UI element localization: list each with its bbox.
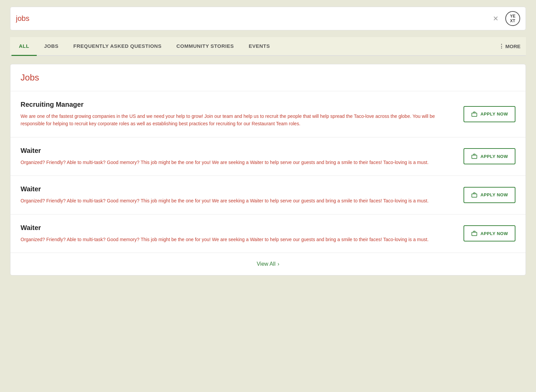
job-title-waiter-3: Waiter bbox=[21, 224, 453, 232]
job-description-recruiting-manager: We are one of the fastest growing compan… bbox=[21, 112, 453, 128]
jobs-section-title: Jobs bbox=[21, 72, 515, 83]
job-listing-recruiting-manager: Recruiting Manager We are one of the fas… bbox=[10, 91, 526, 137]
job-title-waiter-2: Waiter bbox=[21, 185, 453, 193]
apply-label-waiter-2: APPLY NOW bbox=[480, 192, 508, 197]
jobs-section-header: Jobs bbox=[10, 64, 526, 91]
tab-community-stories[interactable]: COMMUNITY STORIES bbox=[169, 37, 241, 56]
search-input[interactable] bbox=[16, 14, 489, 23]
more-label: MORE bbox=[505, 43, 520, 49]
view-all-link[interactable]: View All › bbox=[257, 261, 279, 267]
apply-button-waiter-2[interactable]: APPLY NOW bbox=[464, 187, 515, 203]
briefcase-icon bbox=[471, 153, 478, 160]
briefcase-icon bbox=[471, 192, 478, 198]
job-listings: Recruiting Manager We are one of the fas… bbox=[10, 91, 526, 253]
apply-label-recruiting-manager: APPLY NOW bbox=[480, 111, 508, 117]
apply-button-waiter-1[interactable]: APPLY NOW bbox=[464, 148, 515, 164]
tab-jobs[interactable]: JOBS bbox=[37, 37, 66, 56]
job-description-waiter-2: Organized? Friendly? Able to multi-task?… bbox=[21, 197, 453, 204]
view-all-container: View All › bbox=[10, 253, 526, 275]
view-all-label: View All bbox=[257, 261, 275, 267]
job-listing-waiter-1: Waiter Organized? Friendly? Able to mult… bbox=[10, 137, 526, 176]
apply-label-waiter-1: APPLY NOW bbox=[480, 154, 508, 159]
job-listing-waiter-2: Waiter Organized? Friendly? Able to mult… bbox=[10, 176, 526, 214]
avatar[interactable]: YEXT bbox=[505, 11, 520, 26]
job-description-waiter-1: Organized? Friendly? Able to multi-task?… bbox=[21, 159, 453, 166]
tab-faq[interactable]: FREQUENTLY ASKED QUESTIONS bbox=[66, 37, 169, 56]
navigation-tabs: ALL JOBS FREQUENTLY ASKED QUESTIONS COMM… bbox=[10, 37, 526, 56]
briefcase-icon bbox=[471, 230, 478, 237]
search-bar: ✕ YEXT bbox=[10, 7, 526, 30]
tab-events[interactable]: EVENTS bbox=[241, 37, 277, 56]
apply-button-waiter-3[interactable]: APPLY NOW bbox=[464, 225, 515, 241]
job-title-recruiting-manager: Recruiting Manager bbox=[21, 101, 453, 108]
briefcase-icon bbox=[471, 111, 478, 118]
apply-label-waiter-3: APPLY NOW bbox=[480, 231, 508, 236]
job-content-recruiting-manager: Recruiting Manager We are one of the fas… bbox=[21, 101, 464, 128]
tab-all[interactable]: ALL bbox=[11, 37, 37, 56]
job-content-waiter-1: Waiter Organized? Friendly? Able to mult… bbox=[21, 147, 464, 166]
job-listing-waiter-3: Waiter Organized? Friendly? Able to mult… bbox=[10, 215, 526, 253]
search-clear-button[interactable]: ✕ bbox=[489, 13, 502, 24]
tab-more[interactable]: ⋮ MORE bbox=[495, 37, 525, 55]
more-dots-icon: ⋮ bbox=[499, 43, 504, 49]
avatar-label: YEXT bbox=[510, 14, 515, 23]
job-description-waiter-3: Organized? Friendly? Able to multi-task?… bbox=[21, 236, 453, 243]
job-content-waiter-2: Waiter Organized? Friendly? Able to mult… bbox=[21, 185, 464, 204]
jobs-content-card: Jobs Recruiting Manager We are one of th… bbox=[10, 64, 526, 275]
job-title-waiter-1: Waiter bbox=[21, 147, 453, 155]
chevron-right-icon: › bbox=[277, 261, 279, 267]
apply-button-recruiting-manager[interactable]: APPLY NOW bbox=[464, 106, 515, 122]
job-content-waiter-3: Waiter Organized? Friendly? Able to mult… bbox=[21, 224, 464, 243]
